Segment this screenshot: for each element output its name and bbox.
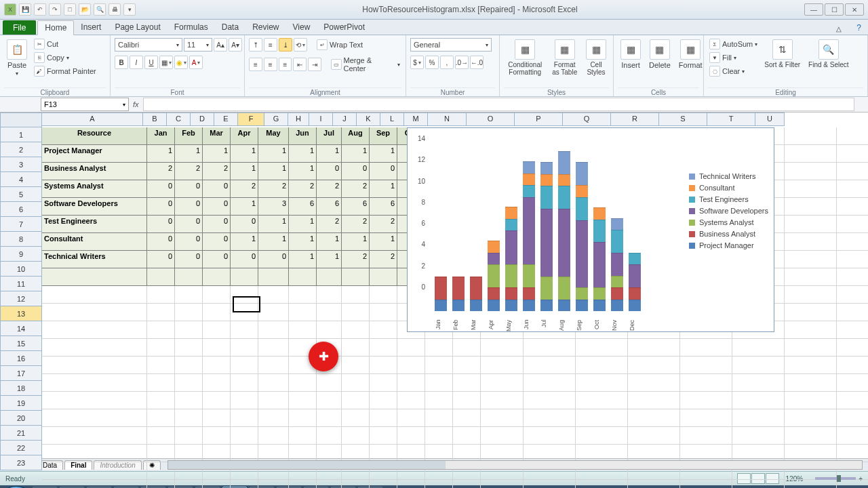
row-header[interactable]: 9 — [0, 247, 42, 262]
shrink-font-button[interactable]: A▾ — [229, 38, 242, 52]
cell[interactable] — [370, 268, 397, 286]
cell[interactable] — [837, 233, 868, 251]
accounting-format-button[interactable]: $ — [410, 56, 424, 69]
cell[interactable] — [785, 339, 837, 357]
cell[interactable]: 1 — [317, 251, 342, 268]
cell[interactable] — [524, 357, 576, 374]
cell[interactable] — [732, 374, 785, 392]
cell[interactable] — [837, 304, 868, 321]
cell[interactable]: 1 — [289, 216, 317, 233]
cell[interactable]: Systems Analyst — [42, 180, 147, 198]
cell[interactable] — [175, 480, 203, 488]
cell[interactable] — [785, 427, 837, 445]
font-name-dropdown[interactable]: Calibri▾ — [115, 38, 182, 52]
column-header[interactable]: N — [428, 113, 467, 126]
cell[interactable]: 2 — [289, 180, 317, 198]
cell[interactable] — [289, 409, 317, 427]
cell[interactable]: 1 — [289, 233, 317, 251]
column-header[interactable]: U — [755, 113, 785, 126]
cell[interactable] — [231, 374, 258, 392]
cell[interactable] — [576, 357, 628, 374]
find-select-button[interactable]: 🔍Find & Select — [806, 38, 851, 70]
cell[interactable] — [370, 304, 397, 321]
cell[interactable]: 2 — [342, 251, 370, 268]
cell[interactable] — [837, 251, 868, 268]
cell[interactable] — [837, 127, 868, 145]
cell[interactable] — [370, 480, 397, 488]
grow-font-button[interactable]: A▴ — [214, 38, 227, 52]
cell[interactable] — [289, 374, 317, 392]
cell[interactable] — [42, 392, 147, 409]
cell[interactable] — [732, 339, 785, 357]
cell[interactable] — [42, 409, 147, 427]
cell[interactable] — [147, 304, 175, 321]
cell[interactable] — [397, 392, 425, 409]
cell[interactable]: 0 — [203, 233, 231, 251]
cell[interactable] — [481, 480, 524, 488]
row-header[interactable]: 1 — [0, 127, 42, 142]
cell[interactable] — [481, 374, 524, 392]
row-header[interactable]: 16 — [0, 351, 42, 366]
cell[interactable] — [147, 268, 175, 286]
fx-icon[interactable]: fx — [133, 100, 139, 108]
cell[interactable] — [203, 357, 231, 374]
cell[interactable] — [837, 145, 868, 163]
row-header[interactable]: 8 — [0, 232, 42, 247]
cell[interactable] — [175, 427, 203, 445]
cell[interactable] — [289, 427, 317, 445]
cell[interactable] — [342, 268, 370, 286]
cell[interactable]: 1 — [175, 145, 203, 163]
row-header[interactable]: 4 — [0, 172, 42, 187]
cell[interactable] — [342, 409, 370, 427]
cell[interactable]: 1 — [258, 216, 289, 233]
cut-button[interactable]: ✂Cut — [33, 38, 98, 50]
indent-increase-button[interactable]: ⇥ — [308, 58, 321, 71]
column-header[interactable]: B — [143, 113, 167, 126]
cell[interactable]: 2 — [370, 216, 397, 233]
cell[interactable] — [203, 374, 231, 392]
column-header[interactable]: L — [380, 113, 404, 126]
cell[interactable]: 6 — [370, 198, 397, 216]
cell[interactable] — [258, 339, 289, 357]
cell[interactable] — [732, 357, 785, 374]
cell[interactable] — [576, 374, 628, 392]
row-header[interactable]: 2 — [0, 142, 42, 157]
row-header[interactable]: 12 — [0, 291, 42, 306]
row-header[interactable]: 6 — [0, 202, 42, 217]
cell[interactable] — [524, 427, 576, 445]
cell[interactable]: 2 — [317, 180, 342, 198]
cell[interactable] — [425, 357, 453, 374]
align-left-button[interactable]: ≡ — [249, 58, 262, 71]
align-right-button[interactable]: ≡ — [279, 58, 292, 71]
cell[interactable] — [203, 286, 231, 304]
cell[interactable] — [397, 427, 425, 445]
cell[interactable] — [370, 286, 397, 304]
cell[interactable] — [231, 286, 258, 304]
cell[interactable] — [289, 392, 317, 409]
cell[interactable]: Test Engineers — [42, 216, 147, 233]
cell[interactable] — [175, 392, 203, 409]
cell[interactable]: Jan — [147, 127, 175, 145]
cell[interactable] — [147, 357, 175, 374]
cell[interactable] — [175, 409, 203, 427]
cell[interactable] — [42, 357, 147, 374]
column-header[interactable]: O — [467, 113, 515, 126]
cell[interactable]: 2 — [317, 216, 342, 233]
cell[interactable]: Technical Writers — [42, 251, 147, 268]
cell[interactable] — [147, 409, 175, 427]
cell[interactable]: 1 — [231, 198, 258, 216]
cell[interactable] — [837, 374, 868, 392]
cell[interactable] — [203, 409, 231, 427]
cell[interactable]: Sep — [370, 127, 397, 145]
cell[interactable]: Mar — [203, 127, 231, 145]
cell[interactable] — [397, 374, 425, 392]
cell[interactable] — [785, 357, 837, 374]
increase-decimal-button[interactable]: .0→ — [455, 56, 469, 69]
column-header[interactable]: I — [309, 113, 333, 126]
cell[interactable]: Business Analyst — [42, 163, 147, 180]
cell[interactable] — [453, 357, 481, 374]
column-header[interactable]: G — [264, 113, 288, 126]
cell[interactable]: Project Manager — [42, 145, 147, 163]
cell[interactable] — [837, 339, 868, 357]
cell[interactable] — [370, 357, 397, 374]
